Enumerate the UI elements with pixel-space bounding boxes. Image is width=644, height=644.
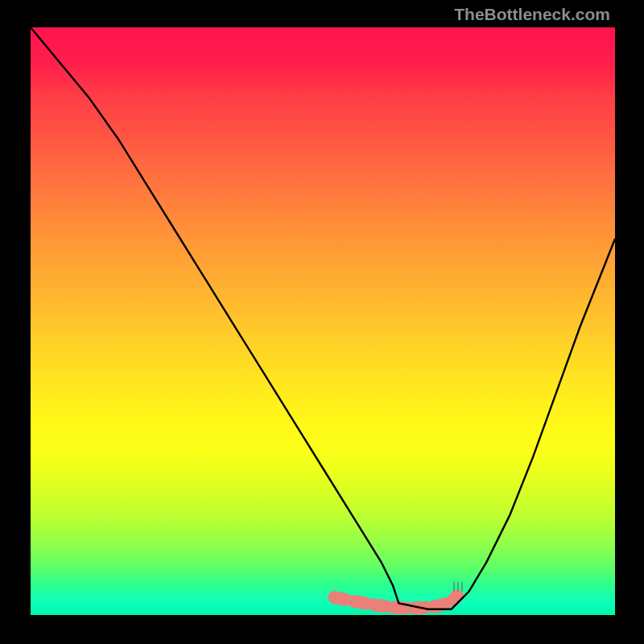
curve-path (31, 27, 615, 609)
low-band-path (335, 597, 458, 609)
watermark-text: TheBottleneck.com (454, 5, 610, 24)
chart-overlay (31, 27, 615, 615)
chart-frame: TheBottleneck.com (0, 0, 644, 644)
